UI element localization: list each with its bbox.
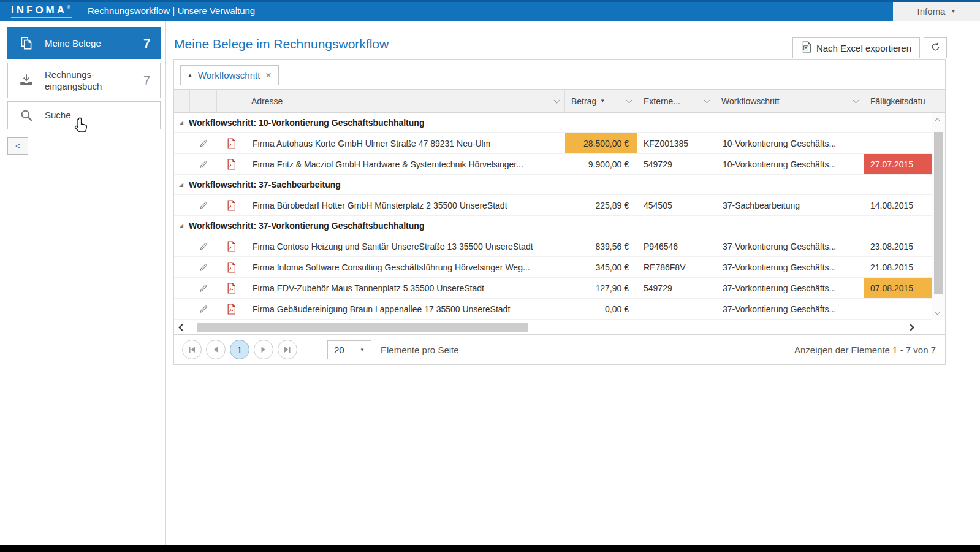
scroll-right-icon[interactable]: [907, 324, 914, 331]
pdf-icon[interactable]: [217, 154, 245, 174]
sidebar-collapse-button[interactable]: <: [7, 137, 28, 155]
group-label: Workflowschritt: 10-Vorkontierung Geschä…: [189, 118, 425, 128]
table-row[interactable]: Firma Contoso Heizung und Sanitär Unsere…: [174, 236, 933, 257]
chevron-down-icon[interactable]: [853, 98, 859, 104]
cell-externe: P946546: [637, 236, 715, 256]
edit-pencil-icon[interactable]: [190, 154, 217, 174]
group-collapse-icon[interactable]: ◢: [179, 120, 183, 126]
header-expand-col: [174, 90, 190, 112]
pager-prev-button[interactable]: [206, 340, 226, 359]
cell-adresse: Firma Gebäudereinigung Braun Lappenallee…: [245, 299, 565, 319]
sidebar-item-label: Meine Belege: [45, 37, 101, 50]
cell-workflowschritt: 37-Vorkontierung Geschäfts...: [715, 236, 864, 256]
group-row[interactable]: ◢ Workflowschritt: 10-Vorkontierung Gesc…: [174, 113, 933, 133]
horizontal-scrollbar[interactable]: [174, 320, 945, 334]
pager-next-button[interactable]: [254, 340, 273, 359]
cell-faelligkeitsdatum: 07.08.2015: [864, 278, 933, 298]
scroll-up-icon[interactable]: [935, 118, 941, 125]
pdf-icon[interactable]: [217, 236, 245, 256]
group-collapse-icon[interactable]: ◢: [179, 182, 183, 188]
edit-pencil-icon[interactable]: [190, 236, 217, 256]
sort-desc-icon: ▼: [600, 98, 605, 104]
pager-page-1[interactable]: 1: [230, 340, 249, 359]
page-size-select[interactable]: 20 ▼: [327, 340, 371, 359]
pdf-icon[interactable]: [217, 299, 245, 319]
cell-faelligkeitsdatum: 27.07.2015: [864, 154, 933, 174]
scroll-down-icon[interactable]: [935, 309, 941, 315]
row-indent: [174, 154, 190, 174]
cell-workflowschritt: 37-Vorkontierung Geschäfts...: [715, 257, 864, 277]
chevron-down-icon[interactable]: [704, 98, 710, 104]
user-menu-button[interactable]: Infoma ▼: [893, 2, 980, 21]
cell-adresse: Firma Fritz & Macziol GmbH Hardware & Sy…: [245, 154, 565, 174]
edit-pencil-icon[interactable]: [190, 278, 217, 298]
vertical-scrollbar[interactable]: [932, 113, 945, 320]
chevron-down-icon[interactable]: [554, 98, 560, 104]
vertical-scrollbar-thumb[interactable]: [934, 132, 943, 294]
table-row[interactable]: Firma Gebäudereinigung Braun Lappenallee…: [174, 299, 933, 320]
header-betrag[interactable]: Betrag ▼: [565, 90, 637, 112]
pager-last-button[interactable]: [278, 340, 297, 359]
chevron-down-icon: ▼: [951, 9, 955, 14]
cell-betrag: 9.900,00 €: [565, 154, 637, 174]
pdf-icon[interactable]: [217, 195, 245, 215]
header-externe[interactable]: Externe...: [637, 90, 715, 112]
data-grid: ▲ Workflowschritt × Adresse Betrag ▼: [173, 59, 946, 365]
cell-externe: RE786F8V: [637, 257, 715, 277]
pdf-icon[interactable]: [217, 133, 245, 153]
cell-externe: 549729: [637, 154, 715, 174]
inbox-download-icon: [8, 72, 45, 88]
documents-icon: [8, 36, 45, 52]
excel-file-icon: [801, 41, 811, 55]
header-faelligkeitsdatum[interactable]: Fälligkeitsdatu: [864, 90, 946, 112]
chevron-down-icon[interactable]: [626, 98, 632, 104]
group-row[interactable]: ◢ Workflowschritt: 37-Sachbearbeitung: [174, 175, 933, 195]
cell-workflowschritt: 37-Vorkontierung Geschäfts...: [715, 299, 864, 319]
table-header: Adresse Betrag ▼ Externe... Workflowschr…: [174, 90, 945, 113]
refresh-icon: [930, 42, 941, 55]
edit-pencil-icon[interactable]: [190, 257, 217, 277]
group-chip-workflowschritt[interactable]: ▲ Workflowschritt ×: [180, 65, 279, 85]
table-row[interactable]: Firma EDV-Zubehör Maus Tannenplatz 5 355…: [174, 278, 933, 299]
group-row[interactable]: ◢ Workflowschritt: 37-Vorkontierung Gesc…: [174, 216, 933, 236]
cell-adresse: Firma Infoma Software Consulting Geschäf…: [245, 257, 565, 277]
table-row[interactable]: Firma Bürobedarf Hotter GmbH Münsterplat…: [174, 195, 933, 216]
export-excel-button[interactable]: Nach Excel exportieren: [792, 37, 920, 58]
toolbar: Nach Excel exportieren: [792, 37, 947, 58]
table-row[interactable]: Firma Fritz & Macziol GmbH Hardware & Sy…: [174, 154, 933, 175]
horizontal-scrollbar-thumb[interactable]: [197, 323, 528, 332]
sidebar-divider: [165, 21, 166, 545]
cell-adresse: Firma Contoso Heizung und Sanitär Unsere…: [245, 236, 565, 256]
refresh-button[interactable]: [924, 37, 947, 58]
sidebar-item-label: Rechnungs- eingangsbuch: [45, 69, 102, 93]
header-edit-col: [190, 90, 217, 112]
table-row[interactable]: Firma Infoma Software Consulting Geschäf…: [174, 257, 933, 278]
pdf-icon[interactable]: [217, 257, 245, 277]
header-workflowschritt[interactable]: Workflowschritt: [715, 90, 864, 112]
cell-faelligkeitsdatum: 21.08.2015: [864, 257, 933, 277]
cell-betrag: 225,89 €: [565, 195, 637, 215]
group-collapse-icon[interactable]: ◢: [179, 223, 183, 229]
sidebar-item-meine-belege[interactable]: Meine Belege 7: [7, 27, 161, 59]
close-icon[interactable]: ×: [265, 70, 271, 81]
table-row[interactable]: Firma Autohaus Korte GmbH Ulmer Straße 4…: [174, 133, 933, 154]
cell-externe: 549729: [637, 278, 715, 298]
pager: 1 20 ▼ Elemente pro Seite Anzeigen der E…: [174, 334, 945, 364]
edit-pencil-icon[interactable]: [190, 195, 217, 215]
cell-faelligkeitsdatum: [864, 133, 933, 153]
table-body: ◢ Workflowschritt: 10-Vorkontierung Gesc…: [174, 113, 933, 320]
cell-betrag: 127,90 €: [565, 278, 637, 298]
edit-pencil-icon[interactable]: [190, 299, 217, 319]
header-adresse[interactable]: Adresse: [245, 90, 565, 112]
edit-pencil-icon[interactable]: [190, 133, 217, 153]
pager-first-button[interactable]: [182, 340, 202, 359]
scroll-left-icon[interactable]: [178, 324, 185, 331]
sort-asc-icon[interactable]: ▲: [188, 72, 192, 78]
search-icon: [8, 108, 45, 123]
pdf-icon[interactable]: [217, 278, 245, 298]
cell-adresse: Firma Autohaus Korte GmbH Ulmer Straße 4…: [245, 133, 565, 153]
cell-betrag: 0,00 €: [565, 299, 637, 319]
sidebar-item-rechnungseingangsbuch[interactable]: Rechnungs- eingangsbuch 7: [7, 63, 161, 98]
group-label: Workflowschritt: 37-Vorkontierung Geschä…: [189, 221, 425, 231]
cell-workflowschritt: 37-Vorkontierung Geschäfts...: [715, 278, 864, 298]
